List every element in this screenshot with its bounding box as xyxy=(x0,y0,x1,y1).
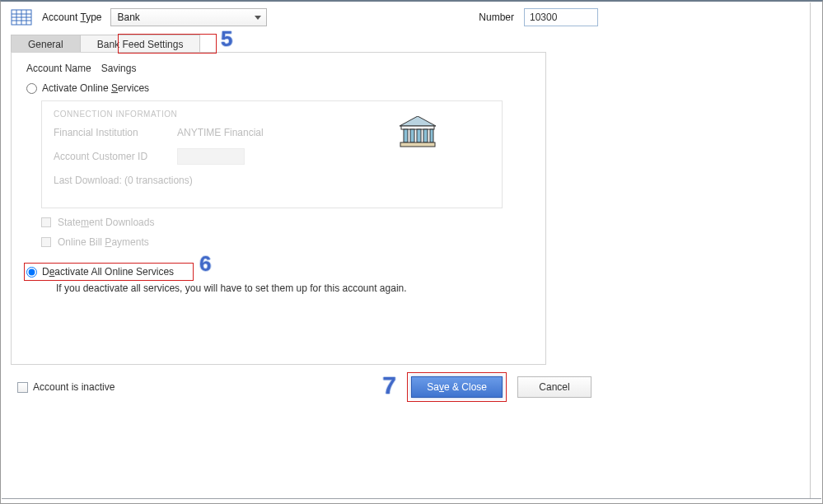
deactivate-services-block: Deactivate All Online Services 6 If you … xyxy=(26,266,531,294)
svg-rect-13 xyxy=(430,129,433,142)
online-bill-payments-label: Online Bill Payments xyxy=(58,236,149,248)
svg-rect-9 xyxy=(404,129,408,142)
account-inactive-checkbox[interactable] xyxy=(17,382,28,393)
activate-online-services-radio[interactable] xyxy=(26,83,37,94)
svg-rect-12 xyxy=(423,129,428,142)
edit-account-panel: Account Type Bank Number General Bank Fe… xyxy=(1,2,822,365)
tab-general[interactable]: General xyxy=(11,35,81,53)
financial-institution-value: ANYTIME Financial xyxy=(177,127,264,138)
account-customer-id-label: Account Customer ID xyxy=(54,151,177,162)
connection-information-group: CONNECTION INFORMATION Financial Institu… xyxy=(41,100,503,208)
bank-building-icon xyxy=(400,116,436,150)
account-number-input[interactable] xyxy=(524,8,598,26)
tab-bank-feed-settings[interactable]: Bank Feed Settings xyxy=(80,35,201,53)
deactivate-all-services-radio[interactable] xyxy=(26,267,37,278)
bank-feed-settings-panel: Account Name Savings Activate Online Ser… xyxy=(11,52,546,365)
statement-downloads-checkbox xyxy=(41,217,51,227)
annotation-number-5: 5 xyxy=(221,26,232,52)
cancel-button[interactable]: Cancel xyxy=(517,376,592,398)
chevron-down-icon xyxy=(255,16,261,20)
svg-rect-10 xyxy=(410,129,414,142)
bottom-divider xyxy=(2,498,821,499)
number-label: Number xyxy=(479,12,514,23)
tabs: General Bank Feed Settings 5 xyxy=(11,35,812,53)
svg-marker-7 xyxy=(400,116,436,126)
account-inactive-label: Account is inactive xyxy=(33,381,115,393)
statement-downloads-label: Statement Downloads xyxy=(58,217,154,228)
svg-rect-14 xyxy=(400,142,435,147)
online-bill-payments-row: Online Bill Payments xyxy=(41,236,531,248)
account-type-value: Bank xyxy=(118,12,140,23)
activate-services-row: Activate Online Services xyxy=(26,82,531,94)
account-type-label: Account Type xyxy=(42,12,102,23)
statement-downloads-row: Statement Downloads xyxy=(41,217,531,228)
account-customer-id-input xyxy=(177,148,245,165)
save-and-close-button[interactable]: Save & Close xyxy=(411,376,503,398)
financial-institution-label: Financial Institution xyxy=(54,127,177,138)
right-divider xyxy=(810,2,811,498)
footer-buttons: 7 Save & Close Cancel xyxy=(411,376,592,398)
top-toolbar: Account Type Bank Number xyxy=(11,8,812,26)
online-bill-payments-checkbox xyxy=(41,237,51,247)
deactivate-services-message: If you deactivate all services, you will… xyxy=(56,282,531,294)
deactivate-all-services-label: Deactivate All Online Services xyxy=(42,266,174,278)
last-download-label: Last Download: (0 transactions) xyxy=(54,175,193,186)
svg-rect-8 xyxy=(401,126,434,129)
activate-online-services-label: Activate Online Services xyxy=(42,82,149,94)
account-name-value: Savings xyxy=(101,63,137,74)
svg-rect-11 xyxy=(417,129,421,142)
ledger-icon xyxy=(11,9,32,26)
annotation-number-7: 7 xyxy=(382,371,396,399)
account-type-select[interactable]: Bank xyxy=(110,8,267,26)
footer: Account is inactive 7 Save & Close Cance… xyxy=(17,376,806,398)
account-name-label: Account Name xyxy=(26,63,91,74)
